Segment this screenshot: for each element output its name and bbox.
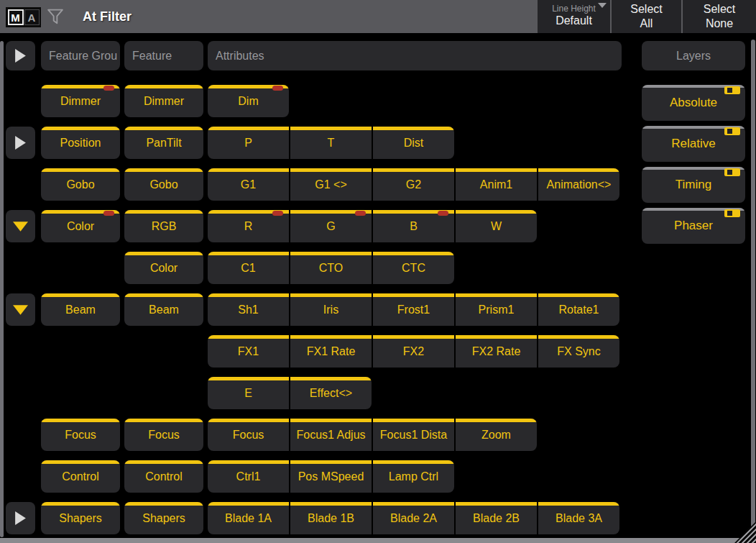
attribute-b-button[interactable]: B xyxy=(373,210,454,242)
expand-position-button[interactable] xyxy=(6,127,35,159)
attribute-anim1-button[interactable]: Anim1 xyxy=(456,168,537,201)
attribute-blade-2b-button[interactable]: Blade 2B xyxy=(456,502,537,534)
attribute-frost1-button[interactable]: Frost1 xyxy=(373,293,454,326)
attribute-label: P xyxy=(208,127,289,159)
attribute-label: Effect<> xyxy=(290,377,372,409)
feature-group-label: Control xyxy=(41,460,120,493)
attribute-fx-sync-button[interactable]: FX Sync xyxy=(538,335,619,368)
collapse-beam-button[interactable] xyxy=(6,293,35,326)
vertical-scrollbar-left[interactable] xyxy=(0,41,4,537)
attribute-fx1-rate-button[interactable]: FX1 Rate xyxy=(290,335,372,368)
attribute-label: Focus1 Dista xyxy=(373,419,454,451)
attribute-w-button[interactable]: W xyxy=(456,210,537,242)
attribute-prism1-button[interactable]: Prism1 xyxy=(456,293,537,326)
attribute-blade-2a-button[interactable]: Blade 2A xyxy=(373,502,454,534)
attribute-lamp-ctrl-button[interactable]: Lamp Ctrl xyxy=(373,460,454,493)
layer-phaser-button[interactable]: Phaser xyxy=(642,208,745,244)
feature-dimmer-button[interactable]: Dimmer xyxy=(124,85,203,117)
vertical-scrollbar-right[interactable] xyxy=(751,40,755,537)
feature-group-focus-button[interactable]: Focus xyxy=(41,419,120,451)
feature-pantilt-button[interactable]: PanTilt xyxy=(124,127,203,159)
attribute-blade-3a-button[interactable]: Blade 3A xyxy=(538,502,619,534)
layer-absolute-button[interactable]: Absolute xyxy=(642,85,745,121)
feature-label: Focus xyxy=(124,419,203,451)
feature-label: Control xyxy=(124,460,203,493)
feature-shapers-button[interactable]: Shapers xyxy=(124,502,203,534)
attribute-sh1-button[interactable]: Sh1 xyxy=(208,293,289,326)
feature-rgb-button[interactable]: RGB xyxy=(124,210,203,242)
feature-focus-button[interactable]: Focus xyxy=(124,419,203,451)
feature-beam-button[interactable]: Beam xyxy=(124,293,203,326)
attribute-label: Blade 3A xyxy=(538,502,619,534)
attribute-fx2-button[interactable]: FX2 xyxy=(373,335,454,368)
attribute-t-button[interactable]: T xyxy=(290,127,372,159)
attribute-cto-button[interactable]: CTO xyxy=(290,252,372,284)
feature-gobo-button[interactable]: Gobo xyxy=(124,168,203,201)
attribute-fx1-button[interactable]: FX1 xyxy=(208,335,289,368)
feature-color-button[interactable]: Color xyxy=(124,252,203,284)
line-height-value: Default xyxy=(538,14,610,28)
attribute-ctc-button[interactable]: CTC xyxy=(373,252,454,284)
feature-group-label: Color xyxy=(41,210,120,242)
filter-funnel-icon xyxy=(45,6,66,27)
feature-group-position-button[interactable]: Position xyxy=(41,127,120,159)
feature-group-column-header: Feature Grou xyxy=(41,41,120,70)
layer-relative-button[interactable]: Relative xyxy=(642,126,745,162)
collapse-color-button[interactable] xyxy=(6,210,35,242)
attribute-p-button[interactable]: P xyxy=(208,127,289,159)
attribute-blade-1a-button[interactable]: Blade 1A xyxy=(208,502,289,534)
bottom-window-edge[interactable] xyxy=(0,538,756,543)
feature-group-gobo-button[interactable]: Gobo xyxy=(41,168,120,201)
attribute-label: Blade 1A xyxy=(208,502,289,534)
attribute-label: Dim xyxy=(208,85,289,117)
attribute-label: W xyxy=(456,210,537,242)
feature-group-shapers-button[interactable]: Shapers xyxy=(41,502,120,534)
attribute-iris-button[interactable]: Iris xyxy=(290,293,372,326)
feature-label: Color xyxy=(124,252,203,284)
attribute-dist-button[interactable]: Dist xyxy=(373,127,454,159)
feature-group-dimmer-button[interactable]: Dimmer xyxy=(41,85,120,117)
line-height-button[interactable]: Line Height Default xyxy=(538,0,610,33)
feature-group-beam-button[interactable]: Beam xyxy=(41,293,120,326)
scroll-left-arrow-button[interactable] xyxy=(6,41,35,70)
attribute-g1-button[interactable]: G1 xyxy=(208,168,289,201)
feature-group-label: Focus xyxy=(41,419,120,451)
attribute-fx2-rate-button[interactable]: FX2 Rate xyxy=(456,335,537,368)
attribute-rotate1-button[interactable]: Rotate1 xyxy=(538,293,619,326)
feature-control-button[interactable]: Control xyxy=(124,460,203,493)
select-none-button[interactable]: Select None xyxy=(683,0,756,33)
feature-group-control-button[interactable]: Control xyxy=(41,460,120,493)
select-all-button[interactable]: Select All xyxy=(612,0,681,33)
attribute-e-button[interactable]: E xyxy=(208,377,289,409)
attribute-zoom-button[interactable]: Zoom xyxy=(456,419,537,451)
attribute-dim-button[interactable]: Dim xyxy=(208,85,289,117)
expand-shapers-button[interactable] xyxy=(6,502,35,534)
attribute-focus1-adjust-button[interactable]: Focus1 Adjus xyxy=(290,419,372,451)
attribute-focus-button[interactable]: Focus xyxy=(208,419,289,451)
attribute-effect-wheel-button[interactable]: Effect<> xyxy=(290,377,372,409)
attribute-label: Frost1 xyxy=(373,293,454,326)
attribute-g1-wheel-button[interactable]: G1 <> xyxy=(290,168,372,201)
attribute-blade-1b-button[interactable]: Blade 1B xyxy=(290,502,372,534)
attribute-animation-wheel-button[interactable]: Animation<> xyxy=(538,168,619,201)
attribute-focus1-distance-button[interactable]: Focus1 Dista xyxy=(373,419,454,451)
attribute-label: Blade 2A xyxy=(373,502,454,534)
attribute-c1-button[interactable]: C1 xyxy=(208,252,289,284)
filter-row-focus: Focus Focus Focus Focus1 Adjus Focus1 Di… xyxy=(0,419,756,451)
attribute-pos-mspeed-button[interactable]: Pos MSpeed xyxy=(290,460,372,493)
attribute-label: Focus xyxy=(208,419,289,451)
attribute-label: FX Sync xyxy=(538,335,619,368)
attribute-label: Focus1 Adjus xyxy=(290,419,372,451)
attribute-group: R G B W xyxy=(208,210,537,242)
feature-group-color-button[interactable]: Color xyxy=(41,210,120,242)
attribute-ctrl1-button[interactable]: Ctrl1 xyxy=(208,460,289,493)
attribute-label: Pos MSpeed xyxy=(290,460,372,493)
feature-group-label: Gobo xyxy=(41,168,120,201)
layers-column-header: Layers xyxy=(642,41,745,70)
layer-timing-button[interactable]: Timing xyxy=(642,167,745,203)
attribute-r-button[interactable]: R xyxy=(208,210,289,242)
attribute-g2-button[interactable]: G2 xyxy=(373,168,454,201)
layer-label: Phaser xyxy=(642,208,745,244)
attribute-label: R xyxy=(208,210,289,242)
attribute-g-button[interactable]: G xyxy=(290,210,372,242)
